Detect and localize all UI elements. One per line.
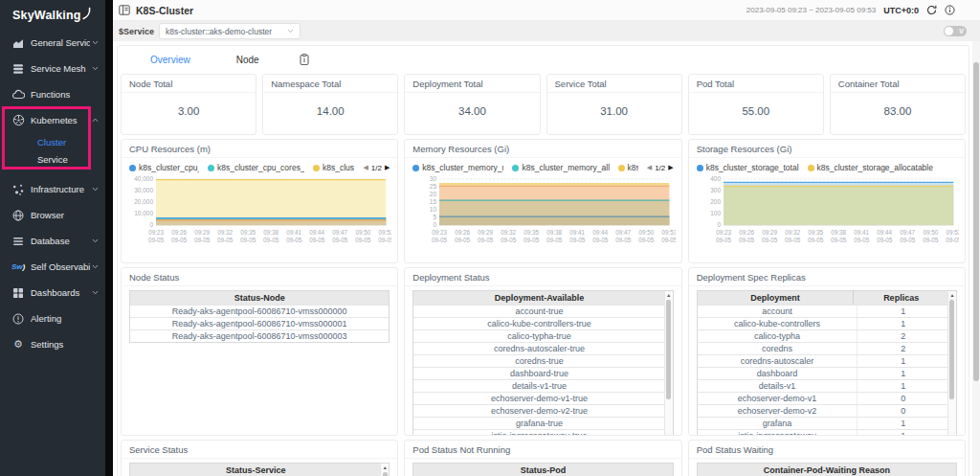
svg-text:09-05: 09-05 [455,237,471,243]
legend-item-k8s-cluster-storage-total[interactable]: k8s_cluster_storage_total [697,163,799,172]
table-header-cell: Replicas [854,291,948,305]
table-card-service-status: Service StatusStatus-ServiceRunning-acco… [121,440,398,476]
metric-card-title: Container Total [831,75,965,93]
data-table: Deployment-Availableaccount-truecalico-k… [412,290,673,436]
sidebar-item-general-service[interactable]: General Service [0,30,105,56]
legend-item-k8s[interactable]: k8s_ [618,163,638,172]
metric-card-pod-total: Pod Total55.00 [688,74,824,135]
legend-item-k8s-cluster-memory-allocatable[interactable]: k8s_cluster_memory_allocatable [512,163,609,172]
sidebar-item-kubernetes[interactable]: Kubernetes [0,107,105,133]
app-root: SkyWalking General ServiceService MeshFu… [0,0,980,476]
table-scrollbar[interactable]: ▲▼ [664,291,673,436]
legend-item-k8s-cluster-cpu-cores[interactable]: k8s_cluster_cpu_cores [129,163,199,172]
sidebar-item-functions[interactable]: Functions [0,81,105,107]
sidebar-item-label: Infrastructure [31,184,90,194]
alert-circle-icon [11,312,25,325]
table-header-cell: Status-Service [130,464,381,476]
cell: 1 [858,368,948,379]
svg-text:09-05: 09-05 [877,237,893,243]
timezone-label[interactable]: UTC+0:0 [883,6,919,15]
sidebar-item-dashboards[interactable]: Dashboards [0,280,105,306]
sidebar-item-label: Self Observability [31,261,90,272]
sidebar-item-browser[interactable]: Browser [0,202,105,228]
table-scrollbar-thumb[interactable] [666,300,671,399]
legend-item-k8s-cluster[interactable]: k8s_cluster_ [313,163,354,172]
cell: account [698,306,858,317]
scroll-up-icon[interactable]: ▲ [666,292,671,298]
legend-item-k8s-cluster-storage-allocatable[interactable]: k8s_cluster_storage_allocatable [808,163,933,172]
legend-prev-icon[interactable]: ◀ [647,164,652,171]
chart-title: CPU Resources (m) [122,140,397,158]
table-row: grafana-true [413,417,664,429]
cell: 2 [858,343,948,354]
legend-item-k8s-cluster-cpu-cores-requests[interactable]: k8s_cluster_cpu_cores_requests [208,163,304,172]
sidebar-item-alerting[interactable]: Alerting [0,306,105,331]
legend-next-icon[interactable]: ▶ [668,164,673,171]
page-scrollbar-thumb[interactable] [973,62,979,381]
service-select[interactable]: k8s-cluster::aks-demo-cluster [159,23,301,39]
chart-legend: k8s_cluster_cpu_coresk8s_cluster_cpu_cor… [122,158,397,172]
scroll-down-icon[interactable]: ▼ [666,433,671,436]
auto-refresh-toggle[interactable]: V [944,26,967,36]
table-scrollbar[interactable]: ▲▼ [947,291,956,436]
table-scrollbar-thumb[interactable] [383,472,388,476]
svg-text:09-05: 09-05 [378,237,391,243]
skywalking-logo: SkyWalking [0,0,105,30]
scroll-up-icon[interactable]: ▲ [950,292,955,298]
metric-card-namespace-total: Namespace Total14.00 [262,74,398,135]
legend-dot [208,165,214,171]
scroll-up-icon[interactable]: ▲ [383,465,388,470]
svg-text:09:50: 09:50 [639,229,655,236]
svg-text:09-05: 09-05 [716,237,732,243]
gear-icon: ⚙ [11,338,25,351]
svg-text:5: 5 [434,214,437,220]
tab-node[interactable]: Node [236,55,259,65]
chart-plot-area: 010020030040009:2309-0509:2609-0509:2909… [689,172,965,248]
table-scrollbar-thumb[interactable] [949,300,954,399]
metric-card-value: 34.00 [405,93,539,129]
sidebar-item-self-observability[interactable]: Sw)Self Observability [0,254,105,280]
tables-row-2: Service StatusStatus-ServiceRunning-acco… [121,440,966,476]
legend-dot [412,165,419,171]
scroll-down-icon[interactable]: ▼ [950,433,955,436]
time-range[interactable]: 2023-09-05 09:23 ~ 2023-09-05 09:53 [746,6,876,14]
svg-text:09:38: 09:38 [831,229,846,236]
svg-text:0: 0 [717,221,721,228]
svg-text:09:41: 09:41 [286,229,301,236]
dashboard-tabs: OverviewNode [121,49,966,70]
sidebar-item-settings[interactable]: ⚙Settings [0,331,105,357]
sidebar-item-service-mesh[interactable]: Service Mesh [0,56,105,81]
svg-text:200: 200 [710,198,721,205]
metric-card-title: Deployment Total [405,75,539,93]
svg-text:09-05: 09-05 [808,237,824,243]
tables-row-1: Node StatusStatus-NodeReady-aks-agentpoo… [121,267,966,436]
cell: 1 [858,418,948,429]
clipboard-icon[interactable] [300,54,309,65]
refresh-icon[interactable] [926,5,937,15]
table-header-cell: Container-Pod-Waiting Reason [698,464,956,476]
sidebar-item-cluster[interactable]: Cluster [0,133,105,150]
collapse-panel-icon[interactable] [119,5,130,15]
dashboard-panel: OverviewNode Node Total3.00Namespace Tot… [117,45,969,476]
table-scrollbar[interactable]: ▲▼ [380,464,389,476]
tab-overview[interactable]: Overview [150,55,190,65]
table-card-title: Pod Status Waiting [689,441,965,459]
sidebar-item-service[interactable]: Service [0,150,105,168]
table-row: echoserver-demo-v2-true [413,404,664,417]
legend-next-icon[interactable]: ▶ [385,164,390,171]
info-icon[interactable] [945,5,955,15]
table-card-title: Deployment Spec Replicas [689,268,965,286]
svg-text:09-05: 09-05 [332,237,348,243]
table-row: calico-typha-true [413,329,664,342]
sidebar-item-database[interactable]: Database [0,228,105,254]
sidebar: SkyWalking General ServiceService MeshFu… [0,0,105,476]
legend-item-k8s-cluster-memory-requests[interactable]: k8s_cluster_memory_requests [412,163,503,172]
svg-text:09-05: 09-05 [263,237,279,243]
page-scrollbar[interactable] [972,41,980,476]
cell: 0 [858,405,948,417]
legend-dot [618,165,625,171]
sidebar-item-infrastructure[interactable]: Infrastructure [0,176,105,202]
svg-text:0: 0 [149,221,153,228]
legend-prev-icon[interactable]: ◀ [363,164,368,171]
table-header-cell: Status-Node [130,291,389,305]
